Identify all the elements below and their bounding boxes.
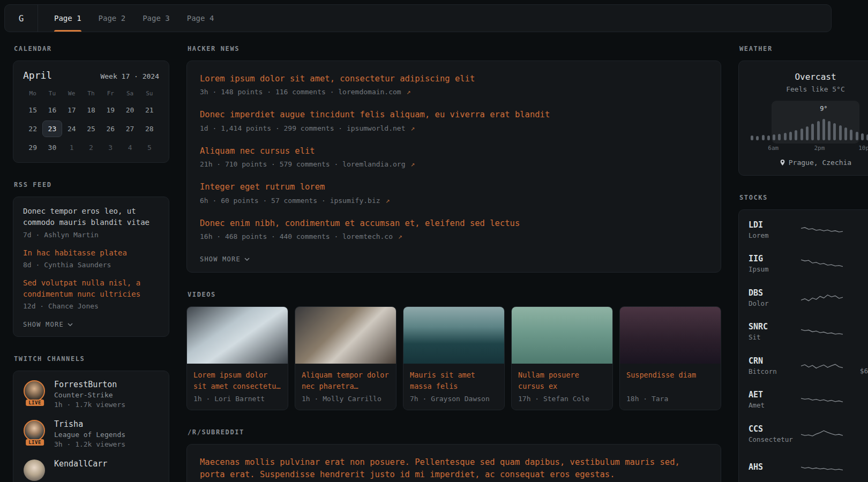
calendar-dow: We [62,87,81,100]
hackernews-item-title[interactable]: Donec enim nibh, condimentum et accumsan… [200,217,708,229]
hackernews-item-title[interactable]: Donec imperdiet augue tincidunt felis al… [200,109,708,120]
avatar [23,459,47,482]
stock-sparkline [801,460,843,475]
page-tabs: Page 1 Page 2 Page 3 Page 4 [47,5,221,32]
stock-info: LDI Lorem [749,220,796,239]
calendar-day: 4 [120,139,139,156]
weather-location-label: Prague, Czechia [789,159,851,167]
weather-time-label: 10pm [858,145,868,152]
stock-sparkline [801,392,843,407]
rss-card: Donec tempor eros leo, ut commodo mauris… [13,197,169,337]
tab-page-3[interactable]: Page 3 [135,5,177,32]
rss-item-meta: 7d · Ashlyn Martin [23,231,159,239]
stock-values: +0.92% $499.72 [848,390,868,409]
center-column: HACKER NEWS Lorem ipsum dolor sit amet, … [186,39,721,482]
video-title: Aliquam tempor dolor nec pharetra… [295,364,396,392]
video-card[interactable]: Aliquam tempor dolor nec pharetra… 1h · … [295,306,396,410]
video-meta: 1h · Lori Barnett [187,392,288,410]
channel-name: Trisha [54,419,125,429]
calendar-day: 2 [81,139,101,156]
twitch-channel-row[interactable]: LIVE Trisha League of Legends 3h · 1.2k … [23,419,159,448]
calendar-widget: CALENDAR April Week 17 · 2024 Mo Tu We T… [13,45,169,163]
stock-row[interactable]: AHS +0.46% [749,451,868,482]
stock-row[interactable]: IIG Ipsum +2.84% $42.04 [749,247,868,281]
hackernews-show-more-button[interactable]: SHOW MORE [200,255,250,263]
live-badge: LIVE [26,439,44,446]
channel-info: Trisha League of Legends 3h · 1.2k viewe… [54,419,125,448]
stock-row[interactable]: SNRC Sit +1.36% $148.64 [749,315,868,349]
calendar-day: 5 [140,139,159,156]
channel-info: KendallCarr [54,459,107,470]
video-card[interactable]: Suspendisse diam 18h · Tara [619,306,721,410]
stock-values: +4.35% $795.18 [848,220,868,239]
stock-row[interactable]: DBS Dolor +1.42% $156.28 [749,281,868,315]
twitch-channel-row[interactable]: LIVE ForrestBurton Counter-Strike 1h · 1… [23,380,159,409]
twitch-channel-row[interactable]: KendallCarr [23,459,159,482]
weather-hour-bar [767,135,770,140]
show-more-label: SHOW MORE [23,321,64,328]
rss-item-title[interactable]: Donec tempor eros leo, ut commodo mauris… [23,206,159,229]
rss-item: Donec tempor eros leo, ut commodo mauris… [23,206,159,239]
video-thumbnail [295,307,396,364]
hackernews-item: Aliquam nec cursus elit 21h · 710 points… [200,145,708,168]
video-meta: 18h · Tara [620,392,721,410]
calendar-day: 24 [62,120,81,137]
video-thumbnail [512,307,612,364]
video-card[interactable]: Mauris sit amet massa felis 7h · Grayson… [403,306,505,410]
tab-page-1[interactable]: Page 1 [47,5,89,32]
avatar: LIVE [23,380,47,403]
calendar-week-label: Week 17 · 2024 [100,72,159,80]
video-card[interactable]: Lorem ipsum dolor sit amet consectetu… 1… [186,306,288,410]
channel-viewers: 3h · 1.2k viewers [54,440,125,448]
stock-symbol: DBS [749,288,796,298]
stock-info: AHS [749,462,796,473]
video-title: Mauris sit amet massa felis [403,364,504,392]
stock-price: $148.64 [848,333,868,341]
hackernews-item-title[interactable]: Integer eget rutrum lorem [200,181,708,193]
hackernews-card: Lorem ipsum dolor sit amet, consectetur … [186,61,721,273]
video-title: Nullam posuere cursus ex [512,364,612,392]
weather-peak-label: 9° [820,105,827,112]
channel-game: League of Legends [54,431,125,439]
weather-hour-bar [800,129,803,140]
rss-item: Sed volutpat nulla nisl, a condimentum n… [23,277,159,311]
stock-values: +2.84% $42.04 [848,254,868,273]
hackernews-item-title[interactable]: Aliquam nec cursus elit [200,145,708,157]
tab-page-2[interactable]: Page 2 [91,5,133,32]
reddit-post-title[interactable]: Maecenas mollis pulvinar erat non posuer… [200,456,708,480]
channel-avatar-image [24,460,45,481]
channel-avatar-image [24,380,45,402]
external-link-icon: ↗ [398,232,402,240]
reddit-card: Maecenas mollis pulvinar erat non posuer… [186,444,721,482]
video-card[interactable]: Nullam posuere cursus ex 17h · Stefan Co… [511,306,613,410]
weather-bars [751,117,868,140]
stock-row[interactable]: LDI Lorem +4.35% $795.18 [749,213,868,247]
stock-symbol: AET [749,390,796,400]
stock-change: -1.00% [848,356,868,365]
hackernews-item-title[interactable]: Lorem ipsum dolor sit amet, consectetur … [200,73,708,85]
hackernews-item-meta: 6h · 60 points · 57 comments · ipsumify.… [200,197,708,205]
stock-row[interactable]: AET Amet +0.92% $499.72 [749,383,868,417]
weather-hour-bar [762,135,765,140]
rss-show-more-button[interactable]: SHOW MORE [23,321,73,328]
app-logo[interactable]: G [5,5,38,32]
rss-item-title[interactable]: Sed volutpat nulla nisl, a condimentum n… [23,277,159,300]
stock-price: $66,171.48 [848,367,868,375]
stock-sparkline [801,358,843,373]
weather-hour-bar [784,133,787,140]
stock-name: Consectetur [749,435,796,443]
stock-row[interactable]: CCS Consectetur +0.51% $165.84 [749,417,868,451]
weather-feels-like: Feels like 5°C [750,85,868,93]
weather-hour-bar [773,134,775,140]
hackernews-item: Donec enim nibh, condimentum et accumsan… [200,217,708,240]
video-thumbnail [187,307,288,364]
weather-time-axis: 6am 2pm 10pm [750,145,868,152]
video-thumbnail [403,307,504,364]
stock-row[interactable]: CRN Bitcorn -1.00% $66,171.48 [749,349,868,383]
avatar: LIVE [23,419,47,443]
weather-hour-bar [861,133,864,140]
weather-hour-bar [850,130,852,140]
stock-info: AET Amet [749,390,796,409]
tab-page-4[interactable]: Page 4 [179,5,222,32]
rss-item-title[interactable]: In hac habitasse platea [23,247,159,259]
